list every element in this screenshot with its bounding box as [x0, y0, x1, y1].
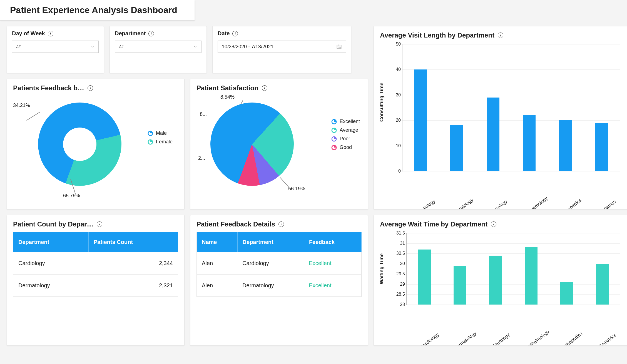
bar[interactable] [418, 250, 431, 305]
chevron-down-icon [91, 45, 94, 49]
bar[interactable] [454, 266, 466, 305]
y-axis-label: Waiting Time [379, 253, 385, 284]
cell-feedback: Excellent [304, 252, 361, 275]
visit-length-chart[interactable]: Consulting Time 01020304050CardiologyDer… [380, 41, 623, 202]
count-dept-table[interactable]: Department Patients Count Cardiology 2,3… [13, 232, 178, 297]
legend-label: Poor [340, 136, 350, 142]
calendar-icon [336, 44, 342, 49]
chevron-down-icon [193, 45, 197, 49]
card-title-text: Patient Satisfaction [196, 84, 258, 92]
x-category-label: Dermatology [447, 195, 477, 210]
card-title-text: Patients Feedback b… [13, 84, 84, 92]
legend-item-excellent[interactable]: Excellent [331, 119, 360, 124]
bar[interactable] [596, 264, 609, 305]
col-count[interactable]: Patients Count [88, 232, 178, 252]
legend-item-good[interactable]: Good [331, 144, 360, 150]
y-axis-label: Consulting Time [379, 83, 385, 122]
bar[interactable] [525, 247, 538, 305]
cell-dept: Cardiology [13, 252, 89, 275]
x-category-label: Orthopedics [556, 195, 586, 210]
legend-pie-icon [331, 136, 337, 142]
bar[interactable] [559, 120, 572, 171]
info-icon[interactable]: i [232, 31, 238, 36]
department-select[interactable]: All [115, 41, 201, 53]
info-icon[interactable]: i [491, 221, 496, 227]
slice-label-good: 8.54% [220, 94, 235, 100]
col-department[interactable]: Department [237, 232, 304, 252]
cell-dept: Dermatology [237, 275, 304, 297]
feedback-details-table[interactable]: Name Department Feedback Alen Cardiology… [196, 232, 362, 297]
info-icon[interactable]: i [88, 85, 93, 91]
bar[interactable] [450, 125, 463, 171]
legend-label: Average [340, 127, 358, 133]
day-of-week-select[interactable]: All [12, 41, 99, 53]
col-name[interactable]: Name [197, 232, 238, 252]
cell-name: Alen [197, 252, 238, 275]
info-icon[interactable]: i [498, 33, 503, 38]
wait-time-chart[interactable]: Waiting Time 2828.52929.53030.53131.5Car… [380, 230, 623, 338]
svg-rect-4 [338, 47, 339, 48]
card-title-text: Average Wait Time by Department [380, 220, 487, 228]
legend-pie-icon [148, 139, 153, 145]
table-row[interactable]: Alen Dermatology Excellent [197, 275, 362, 297]
date-range-picker[interactable]: 10/28/2020 - 7/13/2021 [218, 41, 346, 53]
card-title-text: Patient Feedback Details [196, 220, 275, 228]
info-icon[interactable]: i [148, 31, 154, 36]
legend-label: Excellent [340, 119, 360, 124]
bar[interactable] [523, 115, 536, 171]
legend-pie-icon [148, 131, 153, 136]
x-category-label: Neurology [486, 328, 516, 346]
info-icon[interactable]: i [262, 85, 267, 91]
page-header: Patient Experience Analysis Dashboard [0, 0, 195, 21]
cell-count: 2,344 [88, 252, 178, 275]
x-category-label: Dermatology [450, 328, 480, 346]
table-row[interactable]: Cardiology 2,344 [13, 252, 178, 275]
table-row[interactable]: Alen Cardiology Excellent [197, 252, 362, 275]
select-value: All [119, 44, 123, 49]
feedback-gender-card: Patients Feedback b… i 34.21% 65.79% Mal… [7, 79, 185, 210]
filter-label: Day of Week [12, 30, 45, 37]
info-icon[interactable]: i [97, 221, 102, 227]
bar[interactable] [595, 123, 608, 171]
page-title: Patient Experience Analysis Dashboard [10, 5, 185, 15]
legend-pie-icon [331, 128, 337, 133]
legend-item-male[interactable]: Male [148, 130, 173, 136]
cell-count: 2,321 [88, 275, 178, 297]
slice-label-poor: 8... [200, 111, 207, 117]
col-department[interactable]: Department [13, 232, 89, 252]
cell-feedback: Excellent [304, 275, 361, 297]
bar[interactable] [414, 69, 427, 171]
count-dept-card: Patient Count by Depar… i Department Pat… [7, 215, 185, 346]
slice-label-female: 34.21% [13, 103, 30, 108]
bar[interactable] [489, 256, 502, 305]
info-icon[interactable]: i [278, 221, 284, 227]
legend-item-average[interactable]: Average [331, 127, 360, 133]
svg-rect-5 [339, 47, 340, 48]
legend-item-poor[interactable]: Poor [331, 136, 360, 142]
bar[interactable] [560, 282, 573, 305]
filter-department: Department i All [110, 26, 207, 73]
satisfaction-chart[interactable]: 8.54% 8... 2... 56.19% Excellent Average… [196, 94, 362, 200]
slice-label-average: 2... [198, 155, 205, 161]
col-feedback[interactable]: Feedback [304, 232, 361, 252]
bar[interactable] [487, 98, 499, 171]
svg-rect-6 [340, 47, 341, 48]
visit-length-card: Average Visit Length by Department i Con… [374, 26, 627, 210]
x-category-label: Pediatrics [593, 328, 622, 346]
info-icon[interactable]: i [48, 31, 53, 36]
card-title-text: Patient Count by Depar… [13, 220, 93, 228]
slice-label-excellent: 56.19% [288, 186, 305, 192]
legend-pie-icon [331, 145, 337, 150]
filter-label: Date [218, 30, 230, 37]
cell-dept: Dermatology [13, 275, 89, 297]
slice-label-male: 65.79% [63, 193, 80, 199]
x-category-label: Orthopedics [557, 328, 587, 346]
x-category-label: Ophthalmology [520, 195, 549, 210]
legend-label: Female [156, 139, 173, 145]
table-row[interactable]: Dermatology 2,321 [13, 275, 178, 297]
filter-label: Department [115, 30, 146, 37]
x-category-label: Neurology [484, 195, 513, 210]
legend-item-female[interactable]: Female [148, 139, 173, 145]
filter-row: Day of Week i All Department i All Date … [7, 26, 368, 73]
feedback-gender-chart[interactable]: 34.21% 65.79% Male Female [13, 94, 178, 200]
